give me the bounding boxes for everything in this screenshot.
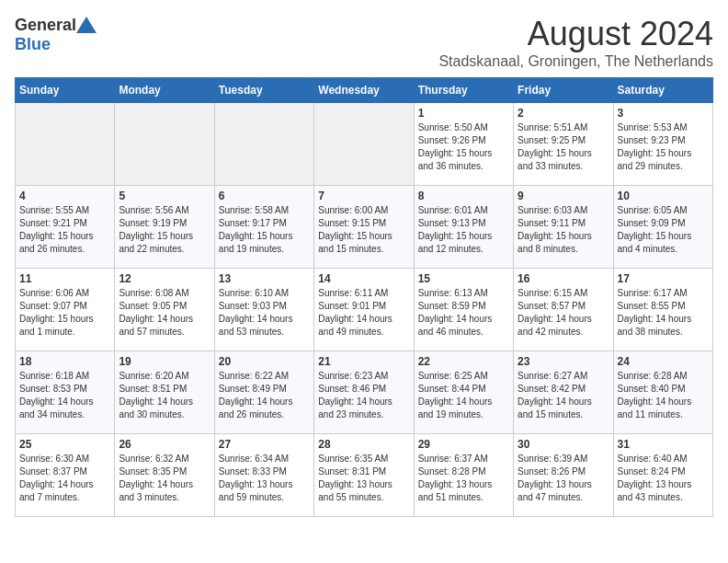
logo-bird-icon (76, 15, 97, 35)
calendar-cell (314, 103, 414, 186)
day-info: Sunrise: 6:37 AM Sunset: 8:28 PM Dayligh… (418, 453, 509, 504)
day-number: 10 (618, 190, 709, 202)
day-number: 25 (19, 438, 110, 451)
col-header-monday: Monday (115, 78, 214, 103)
day-info: Sunrise: 6:06 AM Sunset: 9:07 PM Dayligh… (19, 287, 110, 339)
calendar-cell: 19Sunrise: 6:20 AM Sunset: 8:51 PM Dayli… (115, 351, 214, 434)
calendar-cell: 21Sunrise: 6:23 AM Sunset: 8:46 PM Dayli… (314, 351, 414, 434)
calendar-cell: 24Sunrise: 6:28 AM Sunset: 8:40 PM Dayli… (613, 351, 712, 434)
day-number: 30 (518, 438, 609, 451)
day-info: Sunrise: 5:56 AM Sunset: 9:19 PM Dayligh… (119, 204, 210, 256)
calendar-cell: 12Sunrise: 6:08 AM Sunset: 9:05 PM Dayli… (115, 269, 214, 351)
calendar-cell: 7Sunrise: 6:00 AM Sunset: 9:15 PM Daylig… (314, 186, 414, 269)
calendar-week-2: 4Sunrise: 5:55 AM Sunset: 9:21 PM Daylig… (16, 186, 713, 269)
day-info: Sunrise: 6:08 AM Sunset: 9:05 PM Dayligh… (119, 287, 210, 339)
day-number: 14 (318, 272, 409, 285)
day-number: 2 (518, 107, 609, 120)
day-info: Sunrise: 6:20 AM Sunset: 8:51 PM Dayligh… (119, 370, 210, 421)
day-info: Sunrise: 6:03 AM Sunset: 9:11 PM Dayligh… (518, 204, 609, 256)
day-number: 20 (219, 355, 310, 368)
day-info: Sunrise: 6:11 AM Sunset: 9:01 PM Dayligh… (318, 287, 409, 339)
day-info: Sunrise: 5:51 AM Sunset: 9:25 PM Dayligh… (518, 121, 609, 173)
day-info: Sunrise: 6:23 AM Sunset: 8:46 PM Dayligh… (318, 370, 409, 421)
col-header-wednesday: Wednesday (314, 78, 414, 103)
title-section: August 2024 Stadskanaal, Groningen, The … (438, 15, 713, 70)
day-number: 8 (418, 190, 509, 202)
day-number: 22 (418, 355, 509, 368)
calendar-cell: 6Sunrise: 5:58 AM Sunset: 9:17 PM Daylig… (214, 186, 313, 269)
day-info: Sunrise: 6:28 AM Sunset: 8:40 PM Dayligh… (618, 370, 709, 421)
day-number: 3 (618, 107, 709, 120)
day-info: Sunrise: 6:25 AM Sunset: 8:44 PM Dayligh… (418, 370, 509, 421)
day-info: Sunrise: 6:18 AM Sunset: 8:53 PM Dayligh… (19, 370, 110, 421)
day-number: 5 (119, 190, 210, 202)
day-number: 9 (518, 190, 609, 202)
calendar-cell: 10Sunrise: 6:05 AM Sunset: 9:09 PM Dayli… (613, 186, 712, 269)
calendar-cell: 16Sunrise: 6:15 AM Sunset: 8:57 PM Dayli… (514, 269, 613, 351)
calendar-cell: 9Sunrise: 6:03 AM Sunset: 9:11 PM Daylig… (514, 186, 613, 269)
calendar-cell: 15Sunrise: 6:13 AM Sunset: 8:59 PM Dayli… (414, 269, 513, 351)
calendar-cell: 18Sunrise: 6:18 AM Sunset: 8:53 PM Dayli… (16, 351, 115, 434)
day-number: 12 (119, 272, 210, 285)
day-number: 17 (618, 272, 709, 285)
day-info: Sunrise: 6:39 AM Sunset: 8:26 PM Dayligh… (518, 453, 609, 504)
day-number: 23 (518, 355, 609, 368)
day-info: Sunrise: 6:40 AM Sunset: 8:24 PM Dayligh… (618, 453, 709, 504)
day-number: 19 (119, 355, 210, 368)
day-info: Sunrise: 6:34 AM Sunset: 8:33 PM Dayligh… (219, 453, 310, 504)
calendar-cell: 20Sunrise: 6:22 AM Sunset: 8:49 PM Dayli… (214, 351, 313, 434)
day-number: 13 (219, 272, 310, 285)
calendar-week-5: 25Sunrise: 6:30 AM Sunset: 8:37 PM Dayli… (16, 434, 713, 517)
calendar-cell: 1Sunrise: 5:50 AM Sunset: 9:26 PM Daylig… (414, 103, 513, 186)
day-info: Sunrise: 6:30 AM Sunset: 8:37 PM Dayligh… (19, 453, 110, 504)
day-number: 29 (418, 438, 509, 451)
day-info: Sunrise: 5:58 AM Sunset: 9:17 PM Dayligh… (219, 204, 310, 256)
svg-marker-0 (76, 17, 97, 33)
day-number: 11 (19, 272, 110, 285)
logo: General Blue (15, 15, 97, 54)
day-number: 6 (219, 190, 310, 202)
col-header-tuesday: Tuesday (214, 78, 313, 103)
day-info: Sunrise: 6:15 AM Sunset: 8:57 PM Dayligh… (518, 287, 609, 339)
calendar-cell: 27Sunrise: 6:34 AM Sunset: 8:33 PM Dayli… (214, 434, 313, 517)
calendar-table: SundayMondayTuesdayWednesdayThursdayFrid… (15, 77, 713, 517)
day-info: Sunrise: 6:17 AM Sunset: 8:55 PM Dayligh… (618, 287, 709, 339)
location: Stadskanaal, Groningen, The Netherlands (438, 53, 713, 70)
day-number: 26 (119, 438, 210, 451)
logo-general-text: General (15, 16, 76, 35)
day-number: 27 (219, 438, 310, 451)
col-header-saturday: Saturday (613, 78, 712, 103)
calendar-cell: 14Sunrise: 6:11 AM Sunset: 9:01 PM Dayli… (314, 269, 414, 351)
day-info: Sunrise: 6:10 AM Sunset: 9:03 PM Dayligh… (219, 287, 310, 339)
day-info: Sunrise: 5:55 AM Sunset: 9:21 PM Dayligh… (19, 204, 110, 256)
col-header-friday: Friday (514, 78, 613, 103)
calendar-cell: 4Sunrise: 5:55 AM Sunset: 9:21 PM Daylig… (16, 186, 115, 269)
logo-blue-text: Blue (15, 35, 51, 54)
day-number: 7 (318, 190, 409, 202)
calendar-cell: 13Sunrise: 6:10 AM Sunset: 9:03 PM Dayli… (214, 269, 313, 351)
calendar-week-1: 1Sunrise: 5:50 AM Sunset: 9:26 PM Daylig… (16, 103, 713, 186)
calendar-cell: 17Sunrise: 6:17 AM Sunset: 8:55 PM Dayli… (613, 269, 712, 351)
page-header: General Blue August 2024 Stadskanaal, Gr… (15, 15, 713, 70)
day-number: 4 (19, 190, 110, 202)
calendar-cell (214, 103, 313, 186)
day-info: Sunrise: 6:35 AM Sunset: 8:31 PM Dayligh… (318, 453, 409, 504)
calendar-cell: 8Sunrise: 6:01 AM Sunset: 9:13 PM Daylig… (414, 186, 513, 269)
month-title: August 2024 (438, 15, 713, 53)
day-info: Sunrise: 6:05 AM Sunset: 9:09 PM Dayligh… (618, 204, 709, 256)
day-number: 24 (618, 355, 709, 368)
calendar-cell: 5Sunrise: 5:56 AM Sunset: 9:19 PM Daylig… (115, 186, 214, 269)
calendar-cell: 3Sunrise: 5:53 AM Sunset: 9:23 PM Daylig… (613, 103, 712, 186)
calendar-cell: 2Sunrise: 5:51 AM Sunset: 9:25 PM Daylig… (514, 103, 613, 186)
calendar-cell: 29Sunrise: 6:37 AM Sunset: 8:28 PM Dayli… (414, 434, 513, 517)
calendar-cell: 11Sunrise: 6:06 AM Sunset: 9:07 PM Dayli… (16, 269, 115, 351)
calendar-cell: 25Sunrise: 6:30 AM Sunset: 8:37 PM Dayli… (16, 434, 115, 517)
day-info: Sunrise: 6:13 AM Sunset: 8:59 PM Dayligh… (418, 287, 509, 339)
calendar-header-row: SundayMondayTuesdayWednesdayThursdayFrid… (16, 78, 713, 103)
day-info: Sunrise: 6:01 AM Sunset: 9:13 PM Dayligh… (418, 204, 509, 256)
day-number: 1 (418, 107, 509, 120)
calendar-cell: 23Sunrise: 6:27 AM Sunset: 8:42 PM Dayli… (514, 351, 613, 434)
day-number: 15 (418, 272, 509, 285)
calendar-cell: 22Sunrise: 6:25 AM Sunset: 8:44 PM Dayli… (414, 351, 513, 434)
calendar-cell: 31Sunrise: 6:40 AM Sunset: 8:24 PM Dayli… (613, 434, 712, 517)
